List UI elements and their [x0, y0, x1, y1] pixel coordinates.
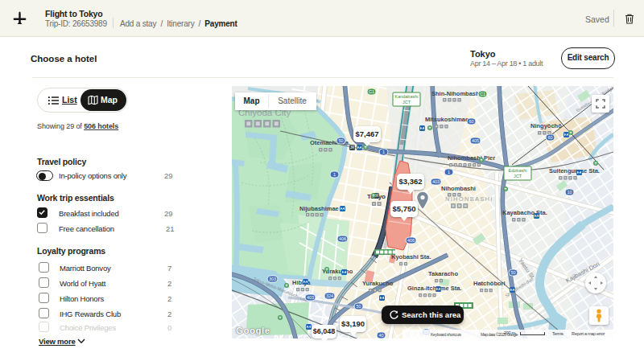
- svg-text:Edobashi: Edobashi: [509, 168, 527, 173]
- svg-text:Kandabashi: Kandabashi: [394, 94, 418, 99]
- svg-text:Hatchōbori: Hatchōbori: [473, 280, 506, 287]
- svg-text:406: 406: [339, 236, 346, 241]
- svg-text:Kayabacho Sta.: Kayabacho Sta.: [502, 209, 547, 216]
- svg-text:50: 50: [356, 304, 361, 309]
- svg-text:405: 405: [472, 138, 479, 143]
- svg-text:NIHONBASHI: NIHONBASHI: [445, 195, 493, 203]
- svg-text:403: 403: [432, 179, 440, 184]
- svg-text:40: 40: [378, 333, 383, 338]
- svg-text:Kyobashi Sta.: Kyobashi Sta.: [391, 253, 431, 260]
- svg-text:1: 1: [333, 172, 336, 177]
- svg-text:Yurakucho: Yurakucho: [362, 280, 394, 287]
- svg-text:406: 406: [407, 238, 415, 243]
- svg-text:C1: C1: [369, 89, 374, 94]
- svg-text:JR: JR: [350, 146, 355, 150]
- svg-text:324: 324: [326, 293, 333, 298]
- svg-text:Nihombashi: Nihombashi: [441, 185, 476, 192]
- svg-text:Nijubashimae: Nijubashimae: [299, 205, 339, 212]
- svg-text:Shin-Nihombashi: Shin-Nihombashi: [431, 90, 481, 97]
- svg-text:C1: C1: [480, 92, 485, 96]
- svg-text:JCT: JCT: [514, 174, 522, 178]
- svg-text:1: 1: [382, 150, 385, 154]
- svg-text:1: 1: [448, 170, 450, 174]
- svg-text:60: 60: [469, 119, 473, 124]
- svg-text:60: 60: [547, 135, 552, 140]
- svg-text:JCT: JCT: [402, 100, 411, 105]
- svg-text:50: 50: [510, 270, 515, 275]
- svg-text:50: 50: [338, 138, 343, 143]
- svg-text:Ginza-itchome Sta.: Ginza-itchome Sta.: [407, 285, 462, 292]
- svg-text:403: 403: [307, 295, 314, 300]
- svg-text:303: 303: [269, 277, 276, 281]
- svg-text:Nihombashi Pier: Nihombashi Pier: [448, 154, 495, 162]
- svg-text:Ningyōchō: Ningyōchō: [530, 122, 562, 129]
- svg-text:Takaracho: Takaracho: [428, 270, 458, 277]
- svg-text:Suitengumae Sta.: Suitengumae Sta.: [549, 167, 600, 174]
- svg-text:10: 10: [567, 190, 572, 195]
- svg-text:Mitsukoshimae: Mitsukoshimae: [425, 116, 469, 123]
